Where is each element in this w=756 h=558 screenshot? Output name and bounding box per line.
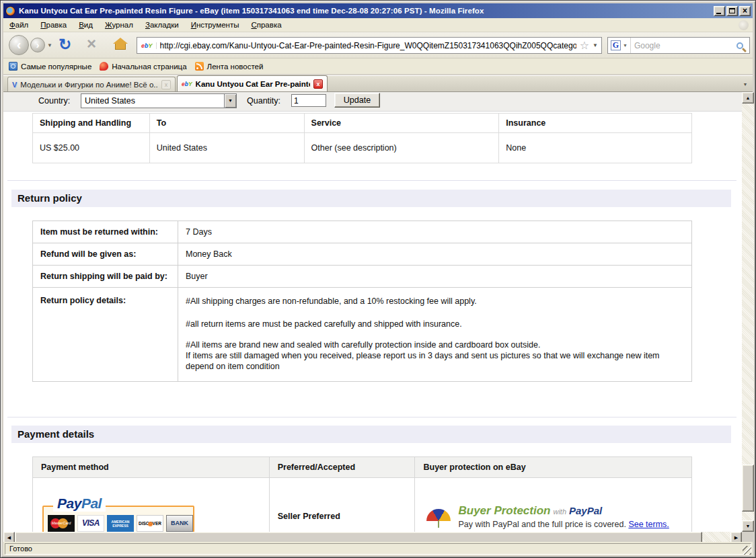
close-button[interactable]: × [739,6,751,16]
policy-paragraph: #all return items are must be packed car… [186,319,684,329]
maximize-button[interactable] [726,6,738,16]
window-title: Kanu Untyou Cat Ear Pre-painted Resin Fi… [19,7,711,15]
refund-as-value: Money Back [178,243,692,266]
payment-method-cell: PayPal MasterCard VISA AMERICAN EXPRESS … [33,478,270,532]
tab-ebay-item[interactable]: ebY Kanu Untyou Cat Ear Pre-painted... x [177,75,328,91]
ebay-favicon: ebY [182,81,192,87]
menu-history[interactable]: Журнал [99,19,139,31]
title-bar[interactable]: Kanu Untyou Cat Ear Pre-painted Resin Fi… [3,3,753,18]
quantity-label: Quantity: [247,96,280,106]
menu-help[interactable]: Справка [245,19,287,31]
bookmark-news-feed[interactable]: Лента новостей [192,62,269,71]
protection-text: Pay with PayPal and the full price is co… [458,520,626,529]
menu-file[interactable]: Файл [3,19,34,31]
url-dropdown-icon[interactable]: ▼ [593,42,598,48]
menu-edit[interactable]: Правка [34,19,73,31]
tab-forum-label: Модельки и Фигурки по Аниме! Всё о... [20,81,158,89]
minimize-icon [716,13,721,14]
tab-strip: V Модельки и Фигурки по Аниме! Всё о... … [3,75,753,92]
history-dropdown-icon[interactable]: ▼ [47,42,52,48]
tab-forum-close-icon[interactable]: x [161,80,171,89]
service-cell: Other (see description) [304,133,499,163]
preferred-accepted-header: Preferred/Accepted [269,457,415,478]
tab-ebay-close-icon[interactable]: x [313,79,323,89]
to-col-header: To [149,114,304,133]
status-text: Готово [9,545,32,553]
table-row: Return shipping will be paid by: Buyer [33,266,692,288]
search-icon[interactable] [736,42,743,49]
return-within-value: 7 Days [178,221,692,243]
table-row: Item must be returned within: 7 Days [33,221,692,243]
discover-icon: DISCOVER [137,515,163,532]
paypal-logo: PayPal [53,495,106,512]
search-engine-chip[interactable]: G ▼ [608,38,631,53]
forum-favicon: V [12,81,17,89]
firefox-icon [5,6,15,16]
country-select[interactable]: United States ▼ [81,93,237,108]
bookmark-most-visited[interactable]: Самые популярные [6,62,97,71]
tab-ebay-label: Kanu Untyou Cat Ear Pre-painted... [196,80,310,88]
country-label: Country: [38,96,70,106]
ship-to-cell: United States [149,133,304,163]
quantity-input[interactable] [291,94,326,107]
ebay-favicon: ebY [137,42,157,49]
status-bar: Готово [3,542,753,555]
table-row: Return policy details: #All shipping cha… [33,288,692,382]
vertical-scroll-thumb[interactable] [742,465,754,512]
table-row: PayPal MasterCard VISA AMERICAN EXPRESS … [33,478,692,532]
policy-details-value: #All shipping charges are non-refundable… [178,288,692,382]
menu-bookmarks[interactable]: Закладки [139,19,185,31]
bookmark-home-page[interactable]: Начальная страница [97,62,192,71]
buyer-protection-logo: Buyer Protection with PayPal [458,504,669,518]
reload-button[interactable]: ↻ [59,36,71,54]
forward-button[interactable]: › [30,38,45,52]
url-bar[interactable]: ebY http://cgi.ebay.com/Kanu-Untyou-Cat-… [137,37,602,54]
policy-details-label: Return policy details: [33,288,178,382]
url-text[interactable]: http://cgi.ebay.com/Kanu-Untyou-Cat-Ear-… [160,41,576,50]
insurance-col-header: Insurance [499,114,692,133]
smart-folder-icon [9,62,17,71]
search-box[interactable]: G ▼ [607,37,750,54]
navigation-toolbar: ‹ › ▼ ↻ × ebY http://cgi.ebay.com/Kanu-U… [3,32,753,58]
shipping-col-header: Shipping and Handling [33,114,150,133]
seller-preferred-text: Seller Preferred [270,512,415,521]
home-button[interactable] [112,38,128,50]
bookmarks-bar: Самые популярные Начальная страница Лент… [3,58,753,74]
scroll-down-icon[interactable]: ▼ [742,520,754,532]
visa-icon: VISA [77,515,104,532]
menu-view[interactable]: Вид [73,19,99,31]
menu-tools[interactable]: Инструменты [185,19,245,31]
update-button[interactable]: Update [334,93,380,108]
insurance-cell: None [499,133,692,163]
refund-as-label: Refund will be given as: [33,243,178,266]
search-engine-dropdown-icon[interactable]: ▼ [623,43,628,48]
table-row: Refund will be given as: Money Back [33,243,692,266]
firefox-watermark-icon [739,20,749,30]
stop-button[interactable]: × [87,34,96,53]
search-input[interactable] [631,41,736,50]
service-col-header: Service [304,114,499,133]
browser-window: Kanu Untyou Cat Ear Pre-painted Resin Fi… [0,0,756,558]
shipping-table: Shipping and Handling To Service Insuran… [32,113,692,163]
menu-bar: Файл Правка Вид Журнал Закладки Инструме… [3,18,753,32]
scroll-up-icon[interactable]: ▲ [742,92,754,104]
return-shipping-label: Return shipping will be paid by: [33,266,178,288]
tab-forum[interactable]: V Модельки и Фигурки по Аниме! Всё о... … [7,77,176,91]
rss-icon [195,62,204,71]
vertical-scrollbar[interactable]: ▲ ▼ [742,92,754,532]
home-page-icon [100,62,108,71]
mastercard-icon: MasterCard [48,515,75,532]
see-terms-link[interactable]: See terms. [628,520,669,529]
section-divider [7,180,736,181]
resize-grip[interactable] [743,546,751,555]
country-select-arrow-icon[interactable]: ▼ [224,94,236,108]
tab-list-dropdown-icon[interactable]: ▼ [740,79,751,90]
back-button[interactable]: ‹ [9,35,29,55]
umbrella-icon [426,509,451,521]
return-policy-table: Item must be returned within: 7 Days Ref… [32,221,692,382]
policy-paragraph: #All shipping charges are non-refundable… [186,296,684,307]
payment-method-header: Payment method [33,457,270,478]
minimize-button[interactable] [714,6,725,16]
return-shipping-value: Buyer [178,266,692,288]
bookmark-star-icon[interactable]: ☆ [580,40,589,51]
